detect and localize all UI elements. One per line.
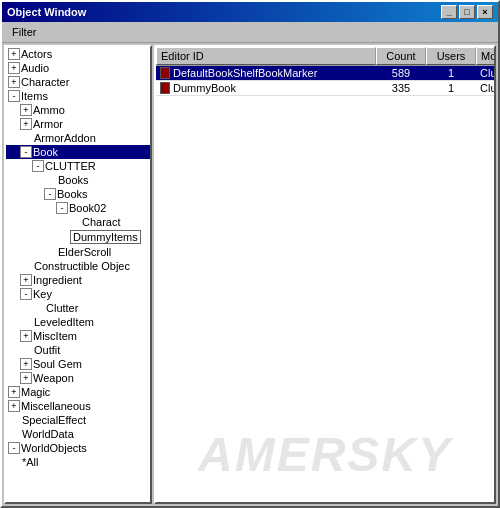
tree-label-key: Key	[33, 288, 52, 300]
tree-label-armoraddon: ArmorAddon	[34, 132, 96, 144]
tree-item-ammo[interactable]: +Ammo	[6, 103, 150, 117]
tree-item-elderscroll[interactable]: ElderScroll	[6, 245, 150, 259]
cell-editor-id: DummyBook	[156, 81, 376, 95]
tree-item-armor[interactable]: +Armor	[6, 117, 150, 131]
cell-count: 589	[376, 66, 426, 80]
title-bar: Object Window _ □ ×	[2, 2, 498, 22]
tree-label-books1: Books	[58, 174, 89, 186]
tree-label-constructible: Constructible Objec	[34, 260, 130, 272]
tree-item-weapon[interactable]: +Weapon	[6, 371, 150, 385]
tree-item-outfit[interactable]: Outfit	[6, 343, 150, 357]
tree-label-actors: Actors	[21, 48, 52, 60]
object-window: Object Window _ □ × Filter +Actors+Audio…	[0, 0, 500, 508]
tree-item-constructible[interactable]: Constructible Objec	[6, 259, 150, 273]
tree-label-magic: Magic	[21, 386, 50, 398]
col-header-model[interactable]: Model	[476, 47, 496, 65]
tree-item-items[interactable]: -Items	[6, 89, 150, 103]
tree-item-all[interactable]: *All	[6, 455, 150, 469]
title-bar-buttons: _ □ ×	[441, 5, 493, 19]
tree-item-ingredient[interactable]: +Ingredient	[6, 273, 150, 287]
tree-toggle-audio[interactable]: +	[8, 62, 20, 74]
tree-label-leveleditem: LeveledItem	[34, 316, 94, 328]
table-row[interactable]: DummyBook3351Clutter\D	[156, 81, 494, 96]
tree-toggle-ammo[interactable]: +	[20, 104, 32, 116]
tree-toggle-items[interactable]: -	[8, 90, 20, 102]
table-panel: Editor ID Count Users Model DefaultBookS…	[154, 45, 496, 504]
tree-toggle-key[interactable]: -	[20, 288, 32, 300]
tree-toggle-soulgem[interactable]: +	[20, 358, 32, 370]
tree-label-worldobjects: WorldObjects	[21, 442, 87, 454]
table-body: DefaultBookShelfBookMarker5891Clutter\DD…	[156, 66, 494, 502]
cell-editor-id: DefaultBookShelfBookMarker	[156, 66, 376, 80]
tree-label-all: *All	[22, 456, 39, 468]
cell-users: 1	[426, 81, 476, 95]
tree-item-book[interactable]: -Book	[6, 145, 150, 159]
tree-toggle-clutter[interactable]: -	[32, 160, 44, 172]
tree-item-armoraddon[interactable]: ArmorAddon	[6, 131, 150, 145]
tree-toggle-book[interactable]: -	[20, 146, 32, 158]
tree-label-ingredient: Ingredient	[33, 274, 82, 286]
tree-toggle-book02[interactable]: -	[56, 202, 68, 214]
tree-label-specialeffect: SpecialEffect	[22, 414, 86, 426]
cell-model: Clutter\D	[476, 66, 494, 80]
tree-item-character[interactable]: +Character	[6, 75, 150, 89]
tree-label-miscitem: MiscItem	[33, 330, 77, 342]
maximize-button[interactable]: □	[459, 5, 475, 19]
editor-id-text: DummyBook	[173, 82, 236, 94]
close-button[interactable]: ×	[477, 5, 493, 19]
tree-item-miscitem[interactable]: +MiscItem	[6, 329, 150, 343]
cell-model: Clutter\D	[476, 81, 494, 95]
tree-item-miscellaneous[interactable]: +Miscellaneous	[6, 399, 150, 413]
tree-toggle-weapon[interactable]: +	[20, 372, 32, 384]
tree-item-leveleditem[interactable]: LeveledItem	[6, 315, 150, 329]
tree-toggle-actors[interactable]: +	[8, 48, 20, 60]
tree-panel: +Actors+Audio+Character-Items+Ammo+Armor…	[4, 45, 152, 504]
tree-item-charact[interactable]: Charact	[6, 215, 150, 229]
tree-toggle-character[interactable]: +	[8, 76, 20, 88]
filter-menu-item[interactable]: Filter	[6, 24, 42, 40]
window-title: Object Window	[7, 6, 86, 18]
tree-item-worldobjects[interactable]: -WorldObjects	[6, 441, 150, 455]
table-header: Editor ID Count Users Model	[156, 47, 494, 66]
tree-label-character: Character	[21, 76, 69, 88]
tree-label-clutter2: Clutter	[46, 302, 78, 314]
tree-item-clutter[interactable]: -CLUTTER	[6, 159, 150, 173]
menu-bar: Filter	[2, 22, 498, 43]
tree-item-audio[interactable]: +Audio	[6, 61, 150, 75]
tree-label-worlddata: WorldData	[22, 428, 74, 440]
tree-item-actors[interactable]: +Actors	[6, 47, 150, 61]
tree-item-worlddata[interactable]: WorldData	[6, 427, 150, 441]
tree-toggle-worldobjects[interactable]: -	[8, 442, 20, 454]
tree-toggle-miscitem[interactable]: +	[20, 330, 32, 342]
tree-item-soulgem[interactable]: +Soul Gem	[6, 357, 150, 371]
tree-item-books1[interactable]: Books	[6, 173, 150, 187]
tree-item-books2[interactable]: -Books	[6, 187, 150, 201]
tree-label-audio: Audio	[21, 62, 49, 74]
cell-count: 335	[376, 81, 426, 95]
tree-label-outfit: Outfit	[34, 344, 60, 356]
tree-label-book: Book	[33, 146, 58, 158]
tree-toggle-ingredient[interactable]: +	[20, 274, 32, 286]
tree-toggle-armor[interactable]: +	[20, 118, 32, 130]
col-header-count[interactable]: Count	[376, 47, 426, 65]
col-header-editor-id[interactable]: Editor ID	[156, 47, 376, 65]
book-icon	[160, 82, 170, 94]
tree-toggle-miscellaneous[interactable]: +	[8, 400, 20, 412]
tree-label-items: Items	[21, 90, 48, 102]
tree-toggle-magic[interactable]: +	[8, 386, 20, 398]
table-row[interactable]: DefaultBookShelfBookMarker5891Clutter\D	[156, 66, 494, 81]
tree-item-magic[interactable]: +Magic	[6, 385, 150, 399]
tree-item-dummyitems[interactable]: DummyItems	[6, 229, 150, 245]
tree-label-charact: Charact	[82, 216, 121, 228]
tree-label-weapon: Weapon	[33, 372, 74, 384]
cell-users: 1	[426, 66, 476, 80]
tree-label-books2: Books	[57, 188, 88, 200]
tree-item-key[interactable]: -Key	[6, 287, 150, 301]
tree-item-book02[interactable]: -Book02	[6, 201, 150, 215]
tree-label-book02: Book02	[69, 202, 106, 214]
minimize-button[interactable]: _	[441, 5, 457, 19]
tree-toggle-books2[interactable]: -	[44, 188, 56, 200]
col-header-users[interactable]: Users	[426, 47, 476, 65]
tree-item-clutter2[interactable]: Clutter	[6, 301, 150, 315]
tree-item-specialeffect[interactable]: SpecialEffect	[6, 413, 150, 427]
